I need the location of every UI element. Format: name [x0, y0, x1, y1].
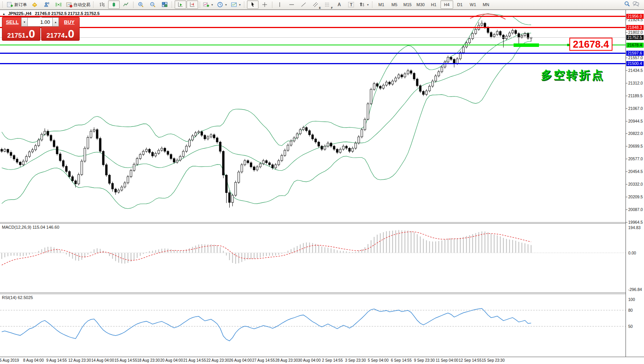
bar-chart-button[interactable] [96, 0, 108, 9]
arrows-button[interactable]: ▼ [357, 0, 371, 9]
tab-m5[interactable]: M5 [388, 0, 401, 9]
axis-tick-mark [626, 171, 627, 172]
tab-m30[interactable]: M30 [414, 0, 427, 9]
sell-price[interactable]: 21751.0 [2, 29, 40, 40]
fibonacci-letter: F [331, 7, 333, 9]
date-axis[interactable]: 5 Aug 20198 Aug 04:009 Aug 14:5512 Aug 2… [0, 357, 644, 364]
volume-input[interactable]: 1.00 [28, 17, 52, 27]
date-label: 3 Sep 23:30 [345, 358, 366, 362]
signals-icon [55, 2, 62, 8]
tab-h1[interactable]: H1 [427, 0, 440, 9]
vertical-line-button[interactable] [274, 0, 285, 9]
price-tick: 21434.5 [628, 68, 643, 73]
sell-label[interactable]: SELL [3, 19, 22, 25]
price-tick: 20699.5 [628, 144, 643, 148]
buy-price[interactable]: 21774.0 [41, 29, 80, 40]
toolbar-grip [2, 2, 4, 8]
market-watch-button[interactable] [29, 0, 40, 9]
spin-up-icon: ▲ [54, 21, 57, 23]
rsi-pane[interactable]: RSI(14) 62.5025 [0, 294, 626, 357]
fibonacci-icon [324, 2, 330, 8]
tf-label: D1 [457, 2, 462, 7]
zoom-in-button[interactable] [135, 0, 147, 9]
axis-tick-mark [626, 32, 627, 33]
autotrading-label: 自动交易 [73, 2, 90, 8]
collapse-panel-icon[interactable]: ▲ [2, 12, 5, 16]
hline-21597.6[interactable] [0, 53, 626, 54]
crosshair-button[interactable] [259, 0, 270, 9]
tile-windows-button[interactable] [159, 0, 170, 9]
fibonacci-button[interactable]: F [322, 0, 333, 9]
price-tick: 21189.5 [628, 93, 642, 98]
new-order-button[interactable]: 新订单 [5, 0, 28, 9]
toolbar-separator [200, 2, 200, 8]
hline-21500.4[interactable] [0, 63, 626, 64]
zoom-out-button[interactable] [147, 0, 158, 9]
price-tick: 20332.0 [628, 182, 643, 186]
pivot-price-callout[interactable]: 21678.4 [569, 38, 612, 51]
axis-tick-mark [626, 108, 627, 109]
autotrading-button[interactable]: 自动交易 [65, 0, 92, 9]
chart-shift-button[interactable] [187, 0, 198, 9]
hline-21848.3[interactable] [0, 27, 626, 28]
candlestick-chart-button[interactable] [108, 0, 120, 9]
tab-h4[interactable]: H4 [440, 0, 453, 9]
green-zone-rect[interactable] [514, 43, 539, 47]
volume-decrease-button[interactable]: ▼ [21, 17, 28, 27]
chat-icon[interactable] [632, 1, 639, 8]
mt4-terminal: 新订单 自动交易 [0, 0, 644, 364]
date-label: 11 Sep 04:00 [436, 358, 459, 362]
templates-button[interactable]: ▼ [229, 0, 243, 9]
axis-tick-mark [626, 159, 627, 159]
macd-axis-max: 194.83 [628, 225, 641, 230]
text-tool-button[interactable]: A [334, 0, 345, 9]
tf-label: M30 [417, 2, 425, 7]
price-badge: 21848.3 [626, 25, 644, 30]
volume-increase-button[interactable]: ▲ [52, 17, 59, 27]
periods-button[interactable]: ▼ [215, 0, 229, 9]
tab-mn[interactable]: MN [480, 0, 492, 9]
price-badge: 21752.5 [626, 35, 644, 40]
date-label: 6 Sep 14:55 [391, 358, 412, 362]
tf-label: H1 [431, 2, 436, 7]
rsi-layer [0, 294, 626, 357]
date-label: 14 Aug 04:00 [92, 358, 114, 362]
price-pane[interactable]: ▲ JPN225-,H4 21745.0 21752.5 21712.5 217… [0, 10, 626, 222]
signals-button[interactable] [53, 0, 64, 9]
macd-pane[interactable]: MACD(12,26,9) 115.04 146.60 [0, 224, 626, 293]
axis-tick-mark [626, 222, 627, 223]
chart-shift-icon [189, 2, 195, 8]
axis-tick-mark [626, 83, 627, 83]
cursor-button[interactable] [247, 0, 259, 9]
arrows-icon [359, 2, 365, 8]
tab-m1[interactable]: M1 [375, 0, 388, 9]
trendline-button[interactable] [298, 0, 309, 9]
tf-label: M1 [379, 2, 384, 7]
tab-m15[interactable]: M15 [401, 0, 414, 9]
hline-21956[interactable] [0, 16, 626, 17]
macd-label: MACD(12,26,9) 115.04 146.60 [2, 225, 59, 229]
rsi-axis-label: 50 [628, 324, 633, 329]
toolbar-separator [133, 2, 133, 8]
search-icon[interactable] [624, 1, 630, 8]
line-chart-icon [123, 2, 129, 8]
price-axis[interactable]: 21924.521802.021557.021434.521312.021189… [626, 10, 644, 357]
tf-label: MN [483, 2, 489, 7]
bar-chart-icon [99, 2, 105, 8]
hline-21752.5[interactable] [0, 37, 626, 38]
buy-label[interactable]: BUY [60, 19, 79, 25]
tab-w1[interactable]: W1 [467, 0, 479, 9]
pivot-annotation-text[interactable]: 多空转折点 [541, 68, 604, 83]
date-label: 8 Aug 04:00 [23, 358, 43, 362]
pane-separator [0, 357, 644, 357]
text-label-button[interactable]: T [345, 0, 357, 9]
line-chart-button[interactable] [120, 0, 132, 9]
indicators-button[interactable]: ▼ [202, 0, 215, 9]
axis-tick-mark [626, 209, 627, 210]
horizontal-line-button[interactable] [286, 0, 297, 9]
auto-scroll-button[interactable] [175, 0, 186, 9]
profiles-button[interactable] [41, 0, 52, 9]
date-label: 5 Aug 2019 [0, 358, 19, 362]
tab-d1[interactable]: D1 [454, 0, 466, 9]
equidistant-channel-button[interactable]: E [310, 0, 321, 9]
